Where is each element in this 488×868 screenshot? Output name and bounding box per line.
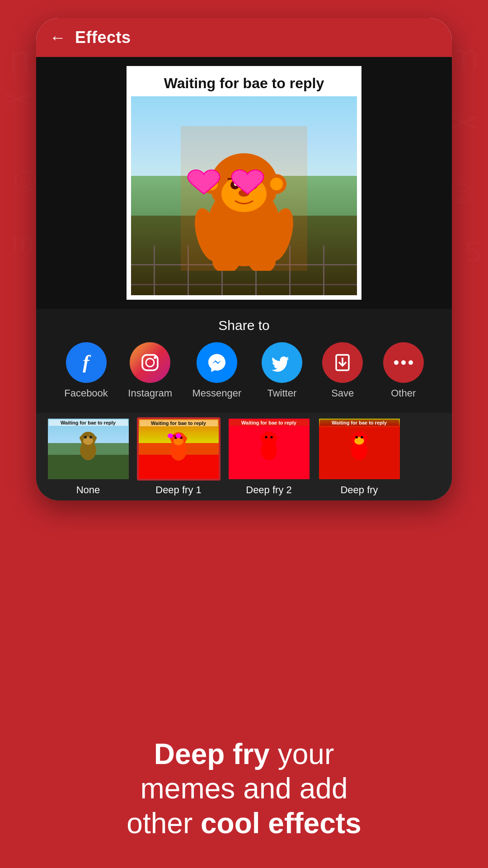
instagram-icon [130, 342, 170, 383]
messenger-icon [197, 342, 237, 383]
svg-point-52 [363, 436, 368, 440]
effect-deep-fry-1[interactable]: Waiting for bae to reply [133, 417, 224, 496]
promo-your: your [270, 738, 334, 770]
svg-point-45 [273, 436, 277, 440]
app-content: Waiting for bae to reply [36, 57, 452, 500]
effect-none-label: None [76, 484, 100, 496]
effect-deep-fry-3[interactable]: Waiting for bae to reply Deep [314, 417, 404, 496]
phone-frame: ← Effects Waiting for bae to reply [36, 18, 452, 500]
effect-deep3-thumb: Waiting for bae to reply [318, 417, 401, 481]
svg-point-20 [146, 359, 154, 367]
other-icon [383, 342, 424, 383]
svg-text:f: f [83, 353, 91, 373]
effect-deep1-thumb: Waiting for bae to reply [137, 417, 221, 481]
promo-deep-fry: Deep fry [154, 738, 270, 770]
effect-deep3-label: Deep fry [340, 484, 378, 496]
promo-line2: memes and add [141, 772, 348, 805]
facebook-label: Facebook [64, 387, 108, 399]
share-title: Share to [50, 318, 438, 333]
svg-point-37 [183, 436, 187, 441]
share-save[interactable]: Save [322, 342, 363, 399]
effect-deep-fry-2[interactable]: Waiting for bae to reply Deep [224, 417, 314, 496]
svg-point-44 [260, 436, 265, 440]
svg-point-27 [84, 436, 87, 439]
meme-card: Waiting for bae to reply [127, 66, 361, 300]
svg-point-50 [361, 436, 363, 439]
effect-deep1-label: Deep fry 1 [155, 484, 202, 496]
effect-deep2-label: Deep fry 2 [246, 484, 292, 496]
instagram-label: Instagram [128, 387, 172, 399]
svg-point-29 [80, 436, 84, 440]
share-messenger[interactable]: Messenger [192, 342, 242, 399]
meme-image [131, 96, 357, 295]
twitter-label: Twitter [267, 387, 296, 399]
effect-deep2-thumb: Waiting for bae to reply [227, 417, 311, 481]
promo-text: Deep fry your memes and add other cool e… [36, 737, 452, 841]
app-header: ← Effects [36, 18, 452, 57]
back-button[interactable]: ← [50, 29, 66, 46]
promo-section: Deep fry your memes and add other cool e… [0, 737, 488, 841]
svg-point-51 [351, 436, 355, 440]
share-facebook[interactable]: f Facebook [64, 342, 108, 399]
share-icons-row: f Facebook Instagram [50, 342, 438, 399]
svg-point-28 [89, 436, 92, 439]
svg-point-49 [355, 436, 358, 439]
promo-cool-effects: cool effects [201, 807, 361, 840]
share-twitter[interactable]: Twitter [262, 342, 302, 399]
share-section: Share to f Facebook [36, 309, 452, 413]
save-label: Save [331, 387, 354, 399]
meme-caption: Waiting for bae to reply [131, 71, 357, 96]
share-instagram[interactable]: Instagram [128, 342, 172, 399]
messenger-label: Messenger [192, 387, 242, 399]
promo-other: other [127, 807, 201, 840]
svg-point-30 [92, 436, 97, 440]
share-other[interactable]: Other [383, 342, 424, 399]
svg-point-43 [270, 436, 273, 439]
effects-strip: Waiting for bae to reply [36, 413, 452, 500]
meme-preview: Waiting for bae to reply [36, 57, 452, 309]
save-icon [322, 342, 363, 383]
other-label: Other [391, 387, 416, 399]
page-title: Effects [75, 28, 131, 47]
svg-point-42 [265, 436, 267, 439]
effect-none[interactable]: Waiting for bae to reply [43, 417, 133, 496]
twitter-icon [262, 342, 302, 383]
facebook-icon: f [66, 342, 107, 383]
svg-point-21 [154, 356, 156, 359]
effect-none-thumb: Waiting for bae to reply [47, 417, 130, 481]
